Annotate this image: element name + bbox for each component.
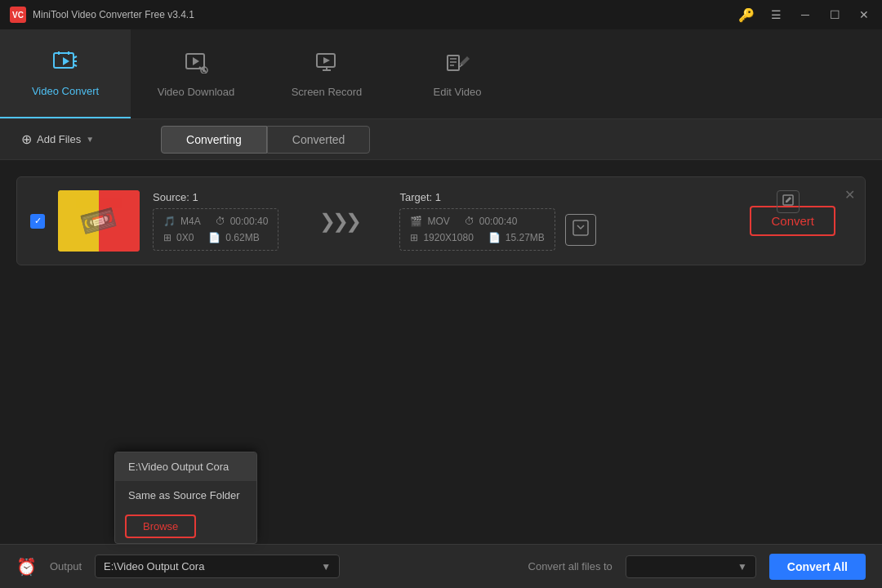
target-resolution: 1920X1080: [423, 232, 473, 243]
file-card: ✓ 📼 Source: 1 🎵 M4A ⏱ 00:00:40: [16, 176, 866, 265]
convert-arrows: ❯❯❯: [311, 191, 367, 251]
minimize-button[interactable]: ─: [797, 7, 813, 23]
add-files-label: Add Files: [37, 133, 81, 145]
target-label: Target: 1: [399, 191, 595, 203]
add-icon: ⊕: [21, 131, 32, 147]
target-size: 15.27MB: [506, 232, 545, 243]
convert-all-files-label: Convert all files to: [528, 560, 612, 572]
target-res-icon: ⊞: [410, 232, 418, 243]
target-format-select-button[interactable]: [565, 214, 596, 246]
title-bar-left: VC MiniTool Video Converter Free v3.4.1: [10, 7, 194, 23]
add-files-button[interactable]: ⊕ Add Files ▼: [13, 127, 102, 152]
target-file-icon: 📄: [488, 232, 501, 243]
converting-tab[interactable]: Converting: [161, 126, 267, 154]
convert-all-dropdown-arrow: ▼: [737, 561, 747, 572]
video-convert-icon: [52, 50, 78, 78]
target-size-row: ⊞ 1920X1080 📄 15.27MB: [410, 232, 544, 243]
title-bar-controls: 🔑 ☰ ─ ☐ ✕: [738, 7, 872, 23]
close-button[interactable]: ✕: [856, 7, 872, 23]
source-details: 🎵 M4A ⏱ 00:00:40 ⊞ 0X0 📄 0.62MB: [153, 208, 278, 251]
source-format-row: 🎵 M4A ⏱ 00:00:40: [163, 216, 268, 227]
source-size-row: ⊞ 0X0 📄 0.62MB: [163, 232, 268, 243]
target-block: Target: 1 🎬 MOV ⏱ 00:00:40 ⊞ 1920X1080: [399, 191, 595, 251]
output-clock-icon: ⏰: [16, 557, 37, 577]
res-icon: ⊞: [163, 232, 172, 243]
output-dropdown-popup: E:\Video Output Cora Same as Source Fold…: [114, 452, 257, 544]
nav-tab-screen-record[interactable]: Screen Record: [261, 29, 392, 118]
output-path-text: E:\Video Output Cora: [104, 560, 314, 572]
output-label: Output: [50, 560, 82, 572]
source-label: Source: 1: [153, 191, 278, 203]
dropdown-item-same-source[interactable]: Same as Source Folder: [115, 481, 256, 510]
source-format: M4A: [180, 216, 201, 227]
source-duration: 00:00:40: [230, 216, 269, 227]
nav-tab-screen-record-label: Screen Record: [292, 86, 363, 98]
edit-icon-button[interactable]: [777, 190, 800, 213]
convert-all-button[interactable]: Convert All: [769, 554, 866, 580]
target-duration: 00:00:40: [479, 216, 518, 227]
svg-marker-12: [323, 57, 330, 64]
target-format-icon: 🎬: [410, 216, 422, 227]
nav-bar: Video Convert Video Download Screen Reco…: [0, 29, 882, 119]
target-clock-icon: ⏱: [465, 216, 474, 227]
bottom-bar: ⏰ Output E:\Video Output Cora ▼ Convert …: [0, 544, 882, 588]
add-files-dropdown-arrow: ▼: [86, 135, 94, 144]
tab-group: Converting Converted: [161, 126, 370, 154]
video-download-icon: [183, 51, 209, 79]
format-icon: 🎵: [163, 216, 176, 227]
screen-record-icon: [314, 51, 340, 79]
app-icon: VC: [10, 7, 26, 23]
nav-tab-video-convert-label: Video Convert: [32, 85, 99, 97]
convert-all-format-selector[interactable]: ▼: [626, 555, 756, 578]
target-format: MOV: [427, 216, 449, 227]
card-close-button[interactable]: ✕: [844, 187, 855, 203]
title-bar: VC MiniTool Video Converter Free v3.4.1 …: [0, 0, 882, 29]
dropdown-item-path[interactable]: E:\Video Output Cora: [115, 452, 256, 481]
clock-icon: ⏱: [216, 216, 225, 227]
file-checkbox[interactable]: ✓: [30, 214, 45, 229]
edit-video-icon: [444, 51, 470, 79]
browse-button[interactable]: Browse: [125, 514, 196, 538]
source-resolution: 0X0: [176, 232, 194, 243]
target-details: 🎬 MOV ⏱ 00:00:40 ⊞ 1920X1080 📄 15.27MB: [399, 208, 555, 251]
source-block: Source: 1 🎵 M4A ⏱ 00:00:40 ⊞ 0X0 📄 0.62M…: [153, 191, 278, 251]
source-size: 0.62MB: [225, 232, 259, 243]
app-title: MiniTool Video Converter Free v3.4.1: [33, 9, 194, 20]
file-info-section: Source: 1 🎵 M4A ⏱ 00:00:40 ⊞ 0X0 📄 0.62M…: [153, 191, 737, 251]
nav-tab-video-download[interactable]: Video Download: [131, 29, 261, 118]
nav-tab-video-download-label: Video Download: [158, 86, 234, 98]
key-icon[interactable]: 🔑: [738, 7, 755, 23]
target-format-row: 🎬 MOV ⏱ 00:00:40: [410, 216, 544, 227]
nav-tab-edit-video-label: Edit Video: [433, 86, 481, 98]
output-path-selector[interactable]: E:\Video Output Cora ▼: [95, 555, 340, 578]
toolbar: ⊕ Add Files ▼ Converting Converted: [0, 119, 882, 160]
svg-marker-1: [63, 57, 69, 65]
svg-rect-15: [448, 56, 459, 70]
nav-tab-edit-video[interactable]: Edit Video: [392, 29, 523, 118]
menu-button[interactable]: ☰: [768, 7, 784, 23]
nav-tab-video-convert[interactable]: Video Convert: [0, 29, 131, 118]
target-inner: 🎬 MOV ⏱ 00:00:40 ⊞ 1920X1080 📄 15.27MB: [399, 208, 595, 251]
converted-tab[interactable]: Converted: [267, 126, 371, 154]
output-path-dropdown-arrow: ▼: [321, 561, 331, 572]
file-thumbnail: 📼: [58, 190, 140, 252]
svg-line-19: [460, 65, 462, 67]
maximize-button[interactable]: ☐: [826, 7, 843, 23]
svg-marker-6: [193, 57, 199, 65]
file-icon: 📄: [208, 232, 220, 243]
